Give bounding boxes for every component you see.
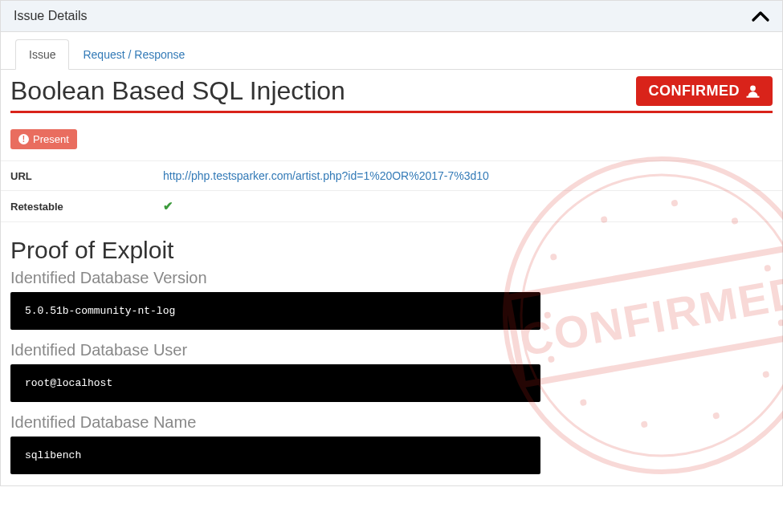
svg-point-17: [750, 86, 756, 91]
red-divider: [10, 111, 773, 113]
kv-table: URL http://php.testsparker.com/artist.ph…: [1, 160, 782, 222]
title-row: Boolean Based SQL Injection CONFIRMED: [1, 70, 782, 111]
db-name-value: sqlibench: [10, 437, 540, 474]
kv-row-retestable: Retestable ✔: [1, 191, 782, 222]
proof-heading: Proof of Exploit: [10, 237, 773, 264]
kv-value-url: http://php.testsparker.com/artist.php?id…: [163, 169, 489, 182]
tabs: Issue Request / Response: [1, 39, 782, 70]
chevron-up-icon: [752, 10, 769, 22]
confirmed-badge-label: CONFIRMED: [649, 83, 740, 99]
issue-title: Boolean Based SQL Injection: [10, 76, 345, 106]
tab-issue[interactable]: Issue: [15, 39, 69, 70]
db-version-label: Identified Database Version: [10, 269, 773, 287]
tab-request-response-label: Request / Response: [83, 48, 185, 61]
status-row: ! Present: [1, 129, 782, 149]
confirmed-badge[interactable]: CONFIRMED: [636, 76, 773, 106]
kv-label-url: URL: [10, 170, 163, 182]
check-icon: ✔: [163, 199, 173, 213]
kv-row-url: URL http://php.testsparker.com/artist.ph…: [1, 161, 782, 191]
db-version-value: 5.0.51b-community-nt-log: [10, 292, 540, 330]
kv-value-retestable: ✔: [163, 199, 173, 213]
db-name-label: Identified Database Name: [10, 413, 773, 432]
user-download-icon: [746, 84, 760, 98]
exclamation-icon: !: [18, 134, 29, 144]
panel-title: Issue Details: [14, 9, 88, 23]
panel-body: CONFIRMED Issue Request / Response Boole…: [1, 39, 782, 474]
tab-request-response[interactable]: Request / Response: [69, 39, 198, 70]
panel-header[interactable]: Issue Details: [1, 1, 782, 32]
url-link[interactable]: http://php.testsparker.com/artist.php?id…: [163, 169, 489, 182]
kv-label-retestable: Retestable: [10, 201, 163, 213]
db-user-value: root@localhost: [10, 364, 540, 402]
issue-details-panel: Issue Details CONFIRMED Issue: [0, 0, 783, 486]
tab-issue-label: Issue: [29, 48, 55, 61]
issue-content: Boolean Based SQL Injection CONFIRMED: [1, 70, 782, 474]
db-user-label: Identified Database User: [10, 341, 773, 359]
svg-rect-18: [747, 96, 760, 98]
present-badge: ! Present: [10, 129, 77, 149]
proof-section: Proof of Exploit Identified Database Ver…: [1, 222, 782, 474]
present-badge-label: Present: [33, 133, 69, 145]
